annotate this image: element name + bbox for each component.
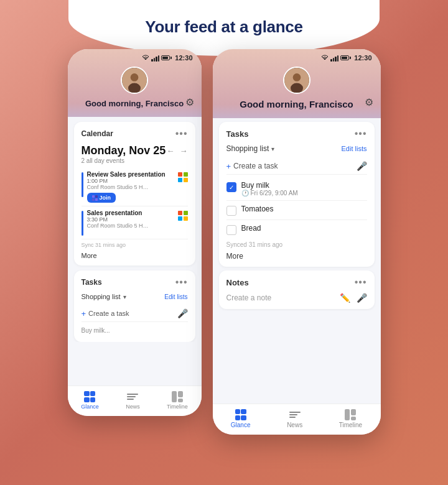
create-task-label-left: Create a task [88, 310, 129, 317]
create-task-text-left[interactable]: + Create a task [82, 309, 129, 318]
task-partial-left: Buy milk... [82, 325, 188, 336]
nav-timeline-right[interactable]: Timeline [339, 409, 362, 428]
task-item-1-right: ✓ Buy milk 🕐 Fri 6/29, 9:00 AM [226, 177, 367, 201]
glance-icon-left [84, 391, 95, 402]
battery-icon-left [161, 55, 170, 60]
event-location-2: Conf Room Studio 5 Hub Large Privat... [87, 223, 149, 229]
cal-prev-btn[interactable]: ← [167, 146, 175, 155]
nav-glance-left[interactable]: Glance [81, 391, 99, 410]
svg-rect-23 [351, 417, 356, 420]
event-details-1: Review Sales presentation 1:00 PM Conf R… [87, 171, 174, 203]
avatar-person-right [284, 67, 309, 94]
edit-lists-right[interactable]: Edit lists [342, 145, 367, 152]
task-checkbox-3-right[interactable] [226, 225, 236, 235]
nav-timeline-left[interactable]: Timeline [167, 391, 188, 410]
mic-icon-left[interactable]: 🎤 [177, 308, 188, 318]
svg-point-19 [292, 73, 301, 81]
nav-glance-right[interactable]: Glance [231, 409, 251, 428]
svg-rect-13 [178, 216, 182, 221]
gear-button-left[interactable]: ⚙ [185, 96, 194, 108]
svg-rect-11 [178, 211, 182, 215]
ms-icon-event-1 [178, 172, 188, 182]
svg-rect-10 [184, 178, 188, 182]
create-task-text-right[interactable]: + Create a task [226, 162, 278, 171]
nav-news-right[interactable]: News [287, 409, 302, 428]
glance-icon-right [235, 409, 246, 420]
tasks-more-dots-right[interactable]: ••• [355, 128, 367, 139]
calendar-more-dots[interactable]: ••• [175, 128, 188, 139]
avatar-right [283, 67, 310, 94]
join-button[interactable]: Join [87, 193, 116, 203]
status-time-left: 12:30 [175, 54, 192, 62]
signal-icons-right [321, 54, 349, 62]
calendar-header: Calendar ••• [82, 128, 188, 139]
svg-rect-3 [92, 195, 95, 198]
signal-bar-icon-right [330, 54, 338, 62]
task-name-2-right: Tomatoes [241, 205, 274, 213]
notes-row-right: Create a note ✏️ 🎤 [226, 293, 367, 303]
event-time-1: 1:00 PM [87, 178, 174, 184]
avatar-person-left [122, 67, 147, 94]
event-name-1: Review Sales presentation [87, 171, 174, 178]
list-name-right[interactable]: Shopping list ▾ [226, 144, 275, 153]
list-selector-left: Shopping list ▾ Edit lists [82, 293, 188, 300]
phone-body-left: Calendar ••• Monday, Nov 25 ← → 2 all da… [68, 117, 202, 342]
task-checkbox-1-right[interactable]: ✓ [226, 182, 236, 192]
edit-lists-left[interactable]: Edit lists [164, 293, 187, 300]
wifi-icon-right [321, 55, 329, 61]
calendar-card: Calendar ••• Monday, Nov 25 ← → 2 all da… [74, 122, 195, 266]
nav-glance-label-left: Glance [81, 404, 99, 410]
list-chevron-left: ▾ [123, 293, 126, 300]
wifi-icon-left [142, 55, 149, 61]
svg-rect-17 [178, 399, 183, 402]
timeline-icon-left [172, 391, 183, 402]
gear-button-right[interactable]: ⚙ [365, 96, 373, 108]
list-name-text-right: Shopping list [226, 144, 269, 153]
mic-icon-right[interactable]: 🎤 [357, 161, 367, 171]
svg-rect-14 [184, 216, 188, 221]
event-bar-1 [82, 172, 83, 197]
tasks-header-left: Tasks ••• [82, 277, 188, 288]
nav-news-label-left: News [126, 404, 140, 410]
task-name-3-right: Bread [241, 224, 261, 233]
phone-left: 12:30 Good morning, Francisco ⚙ [68, 49, 202, 416]
page-title: Your feed at a glance [145, 17, 302, 37]
task-checkbox-2-right[interactable] [226, 206, 236, 216]
event-time-2: 3:30 PM [87, 216, 174, 223]
nav-news-label-right: News [287, 422, 302, 428]
task-item-3-right: Bread [226, 220, 367, 239]
task-due-1-right: 🕐 Fri 6/29, 9:00 AM [241, 190, 298, 196]
task-item-2-right: Tomatoes [226, 201, 367, 220]
mic-icon-notes-right[interactable]: 🎤 [357, 293, 367, 303]
more-link-tasks-right[interactable]: More [226, 252, 367, 261]
svg-rect-7 [178, 172, 182, 177]
nav-news-left[interactable]: News [126, 391, 140, 410]
notes-create-text-right[interactable]: Create a note [226, 293, 272, 302]
phones-container: 12:30 Good morning, Francisco ⚙ [68, 49, 381, 435]
create-task-row-left: + Create a task 🎤 [82, 305, 188, 322]
tasks-title-right: Tasks [226, 129, 249, 139]
svg-point-20 [291, 83, 303, 93]
bottom-nav-left: Glance News Timeline [68, 386, 202, 416]
bottom-nav-right: Glance News Timeline [213, 404, 381, 435]
tasks-card-right: Tasks ••• Shopping list ▾ Edit lists + C… [219, 122, 375, 267]
notes-card-right: Notes ••• Create a note ✏️ 🎤 [219, 270, 375, 309]
signal-bar-icon-left [151, 54, 159, 62]
notes-more-dots-right[interactable]: ••• [355, 277, 367, 288]
event-location-1: Conf Room Studio 5 Hub Large Privat... [87, 184, 149, 190]
task-name-1-right: Buy milk [241, 181, 298, 190]
cal-next-btn[interactable]: → [180, 146, 188, 155]
list-name-left[interactable]: Shopping list ▾ [82, 293, 126, 300]
more-link-calendar[interactable]: More [82, 252, 188, 259]
svg-rect-21 [345, 409, 350, 420]
svg-rect-5 [92, 198, 95, 201]
calendar-date-text: Monday, Nov 25 [82, 144, 166, 157]
notes-actions-right: ✏️ 🎤 [340, 293, 367, 303]
calendar-title: Calendar [82, 129, 113, 138]
pencil-icon-right[interactable]: ✏️ [340, 293, 350, 303]
list-chevron-right: ▾ [271, 146, 274, 152]
news-icon-right [289, 409, 301, 420]
news-icon-left [127, 391, 138, 402]
sync-text-tasks-right: Synced 31 mins ago [226, 241, 367, 248]
tasks-more-dots-left[interactable]: ••• [175, 277, 188, 288]
